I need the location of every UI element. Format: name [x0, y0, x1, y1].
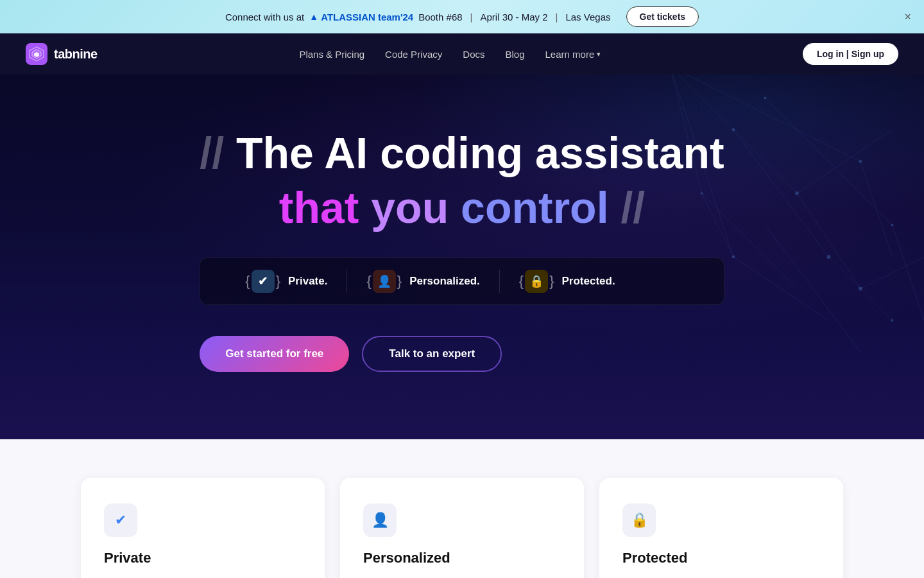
banner-dates: April 30 - May 2	[480, 12, 547, 22]
banner-booth: Booth #68	[418, 12, 462, 22]
logo-link[interactable]: tabnine	[26, 43, 98, 65]
card-protected-icon: 🔒	[622, 504, 656, 537]
card-private-icon: ✔	[104, 504, 137, 537]
nav-links: Plans & Pricing Code Privacy Docs Blog L…	[299, 49, 601, 60]
nav-code-privacy[interactable]: Code Privacy	[385, 49, 442, 60]
nav-learn-more[interactable]: Learn more ▾	[545, 49, 601, 60]
badge-protected: { 🔒 } Protected.	[500, 270, 635, 293]
navbar: tabnine Plans & Pricing Code Privacy Doc…	[0, 33, 924, 74]
badge-personalized: { 👤 } Personalized.	[347, 270, 499, 293]
badge-private: { ✔ } Private.	[226, 270, 347, 293]
atlassian-triangle-icon: ▲	[309, 12, 318, 22]
get-tickets-button[interactable]: Get tickets	[626, 6, 699, 27]
card-private-desc: Tabnine respects the integrity and confi…	[104, 574, 302, 578]
private-icon-wrap: { ✔ }	[245, 270, 280, 293]
auth-button[interactable]: Log in | Sign up	[803, 43, 898, 65]
card-personalized: 👤 Personalized Tabnine's AI agents are t…	[340, 478, 584, 578]
nav-blog[interactable]: Blog	[505, 49, 524, 60]
banner-close-button[interactable]: ×	[904, 11, 911, 22]
card-private: ✔ Private Tabnine respects the integrity…	[81, 478, 325, 578]
talk-to-expert-button[interactable]: Talk to an expert	[362, 336, 502, 372]
banner-sep2: |	[556, 12, 558, 22]
protected-icon-wrap: { 🔒 }	[519, 270, 554, 293]
get-started-button[interactable]: Get started for free	[200, 336, 349, 372]
banner-sep1: |	[470, 12, 473, 22]
hero-section: // The AI coding assistant that you cont…	[0, 74, 924, 439]
nav-docs[interactable]: Docs	[463, 49, 484, 60]
nav-actions: Log in | Sign up	[803, 43, 898, 65]
nav-plans-pricing[interactable]: Plans & Pricing	[299, 49, 364, 60]
card-protected-desc: Tabnine protects you through enterprise-…	[622, 574, 820, 578]
hero-title: // The AI coding assistant	[200, 129, 724, 177]
subtitle-control: control	[461, 183, 608, 232]
event-name: team'24	[378, 12, 413, 22]
banner-location: Las Vegas	[565, 12, 610, 22]
card-personalized-desc: Tabnine's AI agents are tailored to your…	[363, 574, 561, 578]
card-protected-title: Protected	[622, 550, 820, 566]
hero-content: // The AI coding assistant that you cont…	[200, 129, 724, 372]
card-personalized-icon: 👤	[363, 504, 397, 537]
private-shield-icon: ✔	[252, 270, 275, 293]
slashes-left: //	[200, 128, 224, 177]
banner-text: Connect with us at ▲ ATLASSIAN team'24 B…	[225, 6, 699, 27]
card-protected: 🔒 Protected Tabnine protects you through…	[599, 478, 843, 578]
banner-prefix: Connect with us at	[225, 12, 304, 22]
personalized-icon-wrap: { 👤 }	[366, 270, 402, 293]
feature-badges: { ✔ } Private. { 👤 } Personalized.	[200, 258, 724, 305]
protected-lock-icon: 🔒	[525, 270, 548, 293]
slashes-right: //	[620, 183, 645, 232]
logo-icon	[26, 43, 47, 65]
hero-actions: Get started for free Talk to an expert	[200, 336, 724, 372]
hero-subtitle: that you control //	[200, 184, 724, 232]
card-private-title: Private	[104, 550, 302, 566]
atlassian-logo: ▲ ATLASSIAN team'24	[309, 12, 413, 22]
promo-banner: Connect with us at ▲ ATLASSIAN team'24 B…	[0, 0, 924, 33]
subtitle-you: you	[371, 183, 449, 232]
logo-text: tabnine	[54, 47, 98, 62]
personalized-user-icon: 👤	[373, 270, 396, 293]
learn-more-chevron-icon: ▾	[597, 50, 601, 58]
atlassian-name: ATLASSIAN	[321, 12, 375, 22]
subtitle-that: that	[279, 183, 359, 232]
cards-section: ✔ Private Tabnine respects the integrity…	[0, 439, 924, 578]
card-personalized-title: Personalized	[363, 550, 561, 566]
